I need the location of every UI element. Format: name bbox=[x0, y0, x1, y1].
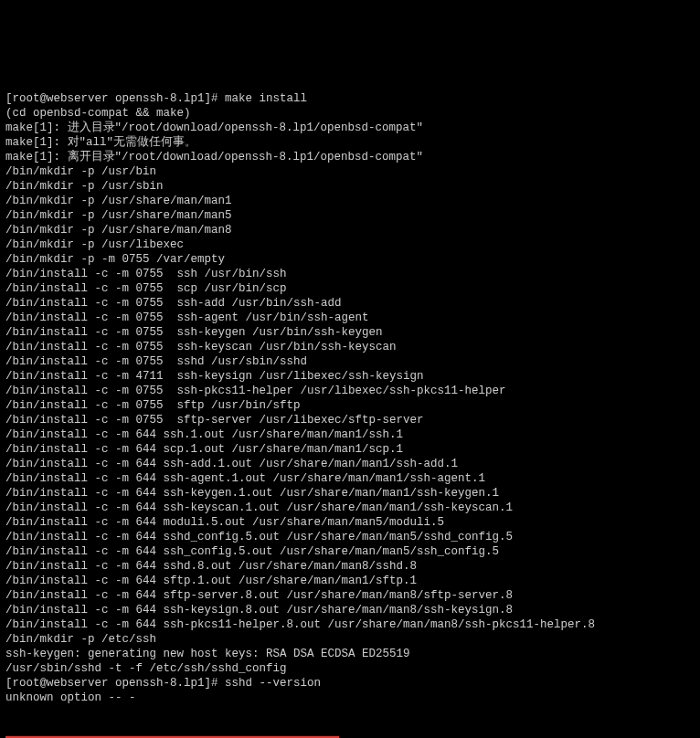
terminal-line: /bin/install -c -m 0755 ssh-add /usr/bin… bbox=[5, 296, 695, 311]
terminal-line: make[1]: 对"all"无需做任何事。 bbox=[5, 135, 695, 150]
terminal-line: /bin/mkdir -p /usr/bin bbox=[5, 164, 695, 179]
terminal-line: /usr/sbin/sshd -t -f /etc/ssh/sshd_confi… bbox=[5, 661, 695, 676]
terminal-line: /bin/install -c -m 644 ssh-pkcs11-helper… bbox=[5, 617, 695, 632]
terminal-line: /bin/install -c -m 0755 ssh-agent /usr/b… bbox=[5, 311, 695, 325]
terminal-line: /bin/install -c -m 644 ssh_config.5.out … bbox=[5, 544, 695, 559]
terminal-line: make[1]: 离开目录"/root/download/openssh-8.l… bbox=[5, 150, 695, 164]
terminal-line: /bin/install -c -m 0755 sshd /usr/sbin/s… bbox=[5, 354, 695, 369]
terminal-highlighted-line: OpenSSH_8.lp1, OpenSSL 1.0.2k-fips 26 Ja… bbox=[5, 734, 695, 738]
terminal-line: /bin/install -c -m 4711 ssh-keysign /usr… bbox=[5, 369, 695, 384]
terminal-line: /bin/install -c -m 0755 ssh-pkcs11-helpe… bbox=[5, 384, 695, 398]
terminal-line: /bin/install -c -m 644 sshd_config.5.out… bbox=[5, 530, 695, 544]
terminal-line: /bin/install -c -m 644 sshd.8.out /usr/s… bbox=[5, 559, 695, 574]
terminal-line: /bin/install -c -m 0755 ssh-keyscan /usr… bbox=[5, 340, 695, 354]
terminal-line: [root@webserver openssh-8.lp1]# make ins… bbox=[5, 91, 695, 106]
terminal-line: /bin/mkdir -p /etc/ssh bbox=[5, 632, 695, 647]
terminal-line: /bin/install -c -m 0755 sftp-server /usr… bbox=[5, 413, 695, 427]
terminal-line: /bin/mkdir -p -m 0755 /var/empty bbox=[5, 252, 695, 267]
terminal-line: /bin/install -c -m 0755 sftp /usr/bin/sf… bbox=[5, 398, 695, 413]
terminal-line: /bin/install -c -m 644 ssh-keysign.8.out… bbox=[5, 603, 695, 617]
terminal-line: /bin/mkdir -p /usr/share/man/man5 bbox=[5, 208, 695, 223]
terminal-line: /bin/install -c -m 644 sftp.1.out /usr/s… bbox=[5, 574, 695, 588]
terminal-line: unknown option -- - bbox=[5, 691, 695, 705]
terminal-line: /bin/install -c -m 644 ssh-add.1.out /us… bbox=[5, 457, 695, 471]
terminal-line: /bin/install -c -m 644 sftp-server.8.out… bbox=[5, 588, 695, 603]
terminal-line: /bin/install -c -m 644 ssh-keygen.1.out … bbox=[5, 486, 695, 501]
terminal-line: /bin/install -c -m 644 scp.1.out /usr/sh… bbox=[5, 442, 695, 457]
terminal-output: [root@webserver openssh-8.lp1]# make ins… bbox=[5, 91, 695, 705]
terminal-line: [root@webserver openssh-8.lp1]# sshd --v… bbox=[5, 676, 695, 691]
terminal-line: /bin/mkdir -p /usr/share/man/man1 bbox=[5, 194, 695, 208]
terminal-line: make[1]: 进入目录"/root/download/openssh-8.l… bbox=[5, 121, 695, 135]
terminal-line: /bin/mkdir -p /usr/share/man/man8 bbox=[5, 223, 695, 237]
terminal-line: /bin/install -c -m 644 moduli.5.out /usr… bbox=[5, 515, 695, 530]
terminal-line: /bin/install -c -m 644 ssh-keyscan.1.out… bbox=[5, 501, 695, 515]
terminal-line: /bin/install -c -m 0755 ssh /usr/bin/ssh bbox=[5, 267, 695, 281]
terminal-line: /bin/mkdir -p /usr/sbin bbox=[5, 179, 695, 194]
terminal-line: /bin/install -c -m 644 ssh.1.out /usr/sh… bbox=[5, 427, 695, 442]
terminal-line: /bin/mkdir -p /usr/libexec bbox=[5, 237, 695, 252]
terminal-line: /bin/install -c -m 644 ssh-agent.1.out /… bbox=[5, 471, 695, 486]
terminal-line: /bin/install -c -m 0755 ssh-keygen /usr/… bbox=[5, 325, 695, 340]
terminal-line: ssh-keygen: generating new host keys: RS… bbox=[5, 647, 695, 661]
terminal-line: /bin/install -c -m 0755 scp /usr/bin/scp bbox=[5, 281, 695, 296]
terminal-window[interactable]: [root@webserver openssh-8.lp1]# make ins… bbox=[5, 62, 695, 738]
terminal-line: (cd openbsd-compat && make) bbox=[5, 106, 695, 121]
